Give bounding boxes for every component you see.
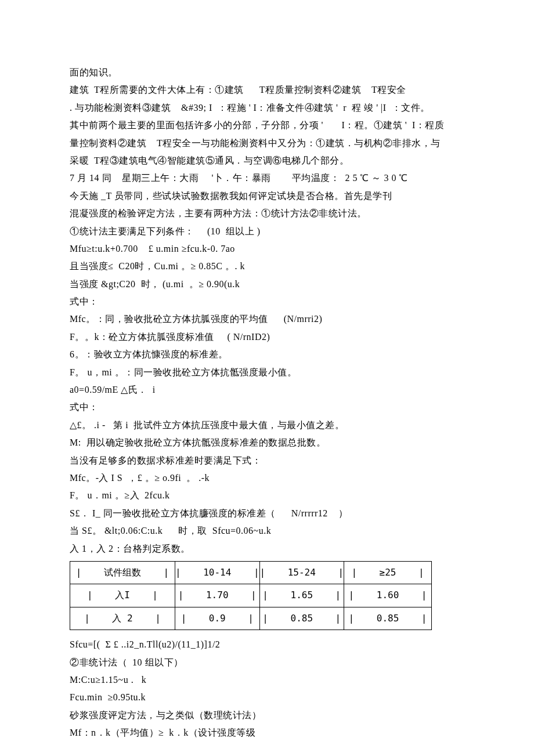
table-row: 入 2 0.9 0.85 0.85 [70, 607, 432, 630]
body-line: 式中： [70, 399, 464, 416]
coefficient-table: 试件组数 10-14 15-24 ≥25 入I 1.70 1.65 1.60 入… [70, 561, 432, 630]
body-line: Sfcu=[( Σ £ ..i2_n.Tll(u2)/(11_1)]1/2 [70, 636, 464, 653]
body-line: Mfc。：同，验收批砼立方体抗胍强度的平均值 (N/mrri2) [70, 310, 464, 328]
table-header-cell: 试件组数 [70, 561, 175, 584]
body-line: F。。k：砼立方体抗胍强度标准值 ( N/rnID2) [70, 328, 464, 346]
table-header-cell: 15-24 [259, 561, 344, 584]
body-line: 当没有足够多的数据求标准差时要满足下式： [70, 452, 464, 469]
table-header-cell: 10-14 [175, 561, 260, 584]
table-cell: 1.60 [344, 584, 432, 607]
body-line: Mfu≥t:u.k+0.700 £ u.min ≥fcu.k-0. 7ao [70, 240, 464, 258]
body-line: 采暖 T程③建筑电气④智能建筑⑤通风．与空调⑥电梯几个部分。 [70, 152, 464, 169]
body-line: ①统计法主要满足下列条件： (10 组以上 ) [70, 223, 464, 240]
body-line: Mf：n．k（平均值）≥ k．k（设计强度等级 [70, 724, 464, 741]
body-line: 入 1，入 2：台格判定系数。 [70, 540, 464, 558]
body-line: 砂浆强度评定方法，与之类似（数理统计法） [70, 707, 464, 724]
body-line: S£． I_ 同一验收批砼立方体抗臁强度的标准差（ N/rrrrr12 ） [70, 505, 464, 522]
body-line: . 与功能检测资料③建筑 &#39; I ：程施 ' I：准备文件④建筑 ' r… [70, 99, 464, 117]
table-cell: 0.85 [259, 607, 344, 630]
table-cell: 1.65 [259, 584, 344, 607]
body-line: △£。 .i - 第 i 批试件立方体抗压强度中最大值，与最小值之差。 [70, 417, 464, 434]
body-line: F。 u，mi 。：同一验收批砼立方体抗骶强度最小值。 [70, 364, 464, 381]
body-line: 其中前两个最主要的里面包括许多小的分部，子分部，分项 ' I：程。①建筑 ' I… [70, 117, 464, 134]
body-line: 式中： [70, 293, 464, 310]
body-line: 今天施 _T 员带同，些试块试验数据教我如何评定试块是否合格。首先是学刊 [70, 187, 464, 205]
body-line: 且当强度≤ C20时，Cu.mi 。≥ 0.85C 。. k [70, 258, 464, 275]
table-cell: 0.85 [344, 607, 432, 630]
body-line: 当强度 &gt;C20 时， (u.mi 。≥ 0.90(u.k [70, 276, 464, 293]
body-line: 当 S£。 &lt;0.06:C:u.k 时，取 Sfcu=0.06~u.k [70, 522, 464, 540]
body-line: 7 月 14 同 星期三上午：大雨 '卜．午：暴雨 平均温度： 2 5 ℃ ～ … [70, 169, 464, 187]
table-row: 试件组数 10-14 15-24 ≥25 [70, 561, 432, 584]
table-row: 入I 1.70 1.65 1.60 [70, 584, 432, 607]
table-cell: 入 2 [70, 607, 175, 630]
body-line: 6。：验收立方体抗慷强度的标准差。 [70, 346, 464, 363]
body-line: F。 u．mi 。≥入 2fcu.k [70, 487, 464, 504]
body-line: 建筑 T程所需要的文件大体上有：①建筑 T程质量控制资料②建筑 T程安全 [70, 81, 464, 99]
table-cell: 1.70 [175, 584, 260, 607]
body-line: a0=0.59/mE △氏． i [70, 381, 464, 399]
table-cell: 0.9 [175, 607, 260, 630]
body-line: Fcu.min ≥0.95tu.k [70, 689, 464, 706]
body-line: 混凝强度的检验评定方法，主要有两种方法：①统计方法②非统计法。 [70, 205, 464, 222]
body-line: Mfc。-入 I S ，£ 。≥ o.9fi 。 .-k [70, 469, 464, 487]
body-line: ②非统计法（ 10 组以下） [70, 654, 464, 671]
document-page: 面的知识。 建筑 T程所需要的文件大体上有：①建筑 T程质量控制资料②建筑 T程… [0, 0, 534, 756]
table-header-cell: ≥25 [344, 561, 432, 584]
body-line: 量控制资料②建筑 T程安全一与功能检测资料中又分为：①建筑．与机构②非排水，与 [70, 135, 464, 152]
body-line: M: 用以确定验收批砼立方体抗骶强度标准差的数据总批数。 [70, 434, 464, 451]
body-line: M:C:u≥1.15~u . k [70, 671, 464, 689]
body-line: 面的知识。 [70, 64, 464, 81]
table-cell: 入I [70, 584, 175, 607]
